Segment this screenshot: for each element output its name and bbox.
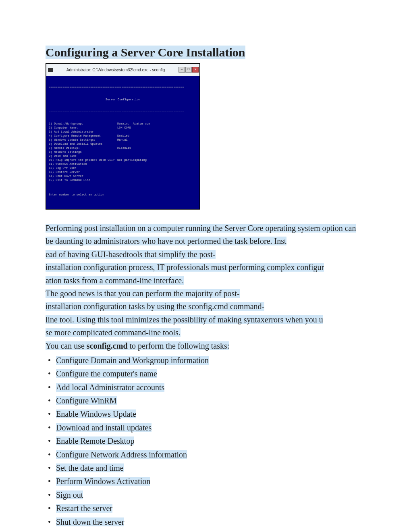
console-row-left: 11) Windows Activation [49, 162, 117, 166]
list-item: Perform Windows Activation [56, 475, 365, 488]
list-item: Sign out [56, 488, 365, 501]
console-row-right: Disabled [117, 146, 197, 150]
window-controls: – □ x [179, 67, 199, 73]
console-row: 13) Restart Server [49, 170, 197, 174]
console-row: 10) Help improve the product with CEIPNo… [49, 158, 197, 162]
list-item: Add local Administrator accounts [56, 381, 365, 394]
console-row-left: 7) Remote Desktop: [49, 146, 117, 150]
console-row: 2) Computer Name:LON-CORE [49, 126, 197, 130]
page-title: Configuring a Server Core Installation [46, 45, 365, 60]
para2-line2: installation configuration tasks by usin… [46, 302, 264, 311]
console-divider-bottom: ========================================… [49, 110, 197, 114]
list-item: Enable Remote Desktop [56, 434, 365, 447]
console-row: 1) Domain/Workgroup:Domain: Adatum.com [49, 122, 197, 126]
list-item-text: Set the date and time [56, 463, 124, 472]
list-item-text: Download and install updates [56, 423, 152, 432]
list-item-text: Add local Administrator accounts [56, 383, 164, 392]
console-row-right [117, 174, 197, 178]
maximize-icon[interactable]: □ [185, 67, 192, 73]
list-item: Configure WinRM [56, 394, 365, 407]
console-row: 11) Windows Activation [49, 162, 197, 166]
console-row-right [117, 170, 197, 174]
sconfig-screenshot: Administrator: C:\Windows\system32\cmd.e… [46, 63, 200, 210]
console-row-right [117, 130, 197, 134]
list-item-text: Perform Windows Activation [56, 477, 150, 486]
console-row: 6) Download and Install Updates [49, 142, 197, 146]
window-title-text: Administrator: C:\Windows\system32\cmd.e… [55, 68, 179, 72]
console-row-right: Domain: Adatum.com [117, 122, 197, 126]
list-item-text: Configure WinRM [56, 396, 117, 405]
list-item: Configure the computer's name [56, 367, 365, 380]
list-item-text: Enable Windows Update [56, 409, 136, 418]
tasks-intro-bold: sconfig.cmd [87, 341, 128, 350]
console-row-left: 9) Date and Time [49, 154, 117, 158]
console-divider-top: ========================================… [49, 85, 197, 89]
tasks-intro: You can use sconfig.cmd to perform the f… [46, 341, 229, 350]
console-row-right [117, 142, 197, 146]
list-item-text: Enable Remote Desktop [56, 436, 134, 445]
console-row-left: 8) Network Settings [49, 150, 117, 154]
console-row-left: 3) Add Local Administrator [49, 130, 117, 134]
para1-line2: ead of having GUI-basedtools that simpli… [46, 250, 216, 259]
console-header: Server Configuration [49, 98, 197, 102]
console-rows: 1) Domain/Workgroup:Domain: Adatum.com2)… [49, 122, 197, 182]
para2-line3: line tool. Using this tool minimizes the… [46, 315, 323, 324]
tasks-intro-a: You can use [46, 341, 87, 350]
tasks-list: Configure Domain and Workgroup informati… [46, 354, 365, 528]
console-prompt: Enter number to select an option: [49, 193, 197, 197]
body-text: Performing post installation on a comput… [46, 222, 365, 352]
list-item: Enable Windows Update [56, 407, 365, 420]
window-titlebar: Administrator: C:\Windows\system32\cmd.e… [46, 64, 199, 76]
console-row-left: 1) Domain/Workgroup: [49, 122, 117, 126]
console-row-left: 14) Shut Down Server [49, 174, 117, 178]
console-row-right [117, 162, 197, 166]
console-row: 9) Date and Time [49, 154, 197, 158]
list-item: Configure Domain and Workgroup informati… [56, 354, 365, 367]
list-item: Restart the server [56, 502, 365, 515]
tasks-intro-c: to perform the following tasks: [128, 341, 230, 350]
para2-line4: se more complicated command-line tools. [46, 328, 181, 337]
console-row-left: 13) Restart Server [49, 170, 117, 174]
console-row-right [117, 166, 197, 170]
page-title-text: Configuring a Server Core Installation [46, 46, 245, 59]
console-row-left: 6) Download and Install Updates [49, 142, 117, 146]
list-item-text: Sign out [56, 490, 83, 499]
console-row-left: 15) Exit to Command Line [49, 178, 117, 182]
console-row-left: 5) Windows Update Settings: [49, 138, 117, 142]
para1-line1: Performing post installation on a comput… [46, 224, 356, 245]
console-row: 14) Shut Down Server [49, 174, 197, 178]
list-item: Shut down the server [56, 515, 365, 528]
console-row: 15) Exit to Command Line [49, 178, 197, 182]
console-row-right [117, 150, 197, 154]
console-row-right [117, 178, 197, 182]
list-item-text: Configure the computer's name [56, 369, 157, 378]
console-row-left: 10) Help improve the product with CEIP [49, 158, 117, 162]
console-row-right: Enabled [117, 134, 197, 138]
console-row: 7) Remote Desktop:Disabled [49, 146, 197, 150]
cmd-icon [48, 68, 53, 72]
console-row: 12) Log Off User [49, 166, 197, 170]
list-item-text: Restart the server [56, 504, 112, 513]
console-row-left: 4) Configure Remote Management [49, 134, 117, 138]
list-item: Download and install updates [56, 421, 365, 434]
minimize-icon[interactable]: – [179, 67, 185, 73]
list-item: Configure Network Address information [56, 448, 365, 461]
console-row-left: 12) Log Off User [49, 166, 117, 170]
list-item-text: Configure Domain and Workgroup informati… [56, 356, 209, 365]
para2-line1: The good news is that you can perform th… [46, 289, 240, 298]
list-item: Set the date and time [56, 461, 365, 474]
console-row: 5) Windows Update Settings:Manual [49, 138, 197, 142]
console-row-right: Manual [117, 138, 197, 142]
console-row-right: LON-CORE [117, 126, 197, 130]
console-row: 8) Network Settings [49, 150, 197, 154]
close-icon[interactable]: x [192, 67, 199, 73]
console-row-right [117, 154, 197, 158]
console-output: ========================================… [46, 76, 199, 209]
console-row-left: 2) Computer Name: [49, 126, 117, 130]
document-page: Configuring a Server Core Installation A… [0, 0, 411, 532]
console-row-right: Not participating [117, 158, 197, 162]
list-item-text: Configure Network Address information [56, 450, 187, 459]
para1-line3: installation configuration process, IT p… [46, 263, 324, 272]
para1-line4: ation tasks from a command-line interfac… [46, 276, 184, 285]
console-row: 4) Configure Remote ManagementEnabled [49, 134, 197, 138]
